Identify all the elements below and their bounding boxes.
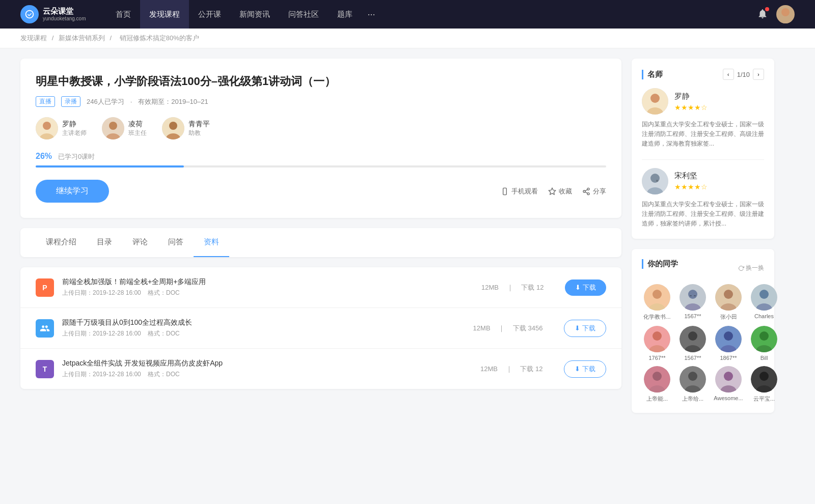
classmate-8-avatar: [751, 326, 777, 352]
teacher-2-name: 凌荷: [128, 120, 147, 129]
classmate-2-avatar: [680, 284, 706, 311]
logo-icon: [20, 5, 39, 23]
teacher-3-name: 青青平: [188, 120, 210, 129]
learner-count: 246人已学习: [87, 97, 124, 106]
classmates-grid: 化学教书... 1567** 张小田: [642, 284, 764, 403]
svg-point-16: [587, 192, 589, 194]
badge-record: 录播: [61, 96, 80, 107]
svg-point-30: [688, 290, 697, 299]
resource-icon-3: T: [36, 360, 54, 378]
classmate-7-avatar: [715, 326, 742, 352]
collect-button[interactable]: 收藏: [548, 187, 572, 196]
pagination-prev[interactable]: ‹: [723, 69, 734, 80]
teacher-3-avatar: [162, 117, 184, 139]
teacher-card-2-name: 宋利坚: [674, 171, 708, 181]
breadcrumb-link-2[interactable]: 新媒体营销系列: [59, 34, 105, 42]
user-avatar[interactable]: [776, 5, 795, 23]
main-content: 明星中教授课，小学阶段语法100分–强化级第1讲动词（一） 直播 录播 246人…: [20, 59, 621, 423]
valid-until: 有效期至：2019–10–21: [138, 97, 208, 106]
classmate-9-avatar: [644, 366, 670, 393]
svg-line-17: [585, 192, 588, 193]
teacher-separator: [642, 159, 764, 160]
teacher-card-1-stars: ★★★★☆: [674, 103, 708, 111]
svg-point-53: [653, 372, 662, 381]
breadcrumb-link-1[interactable]: 发现课程: [20, 34, 47, 42]
resource-stats-2: 12MB ｜ 下载 3456: [470, 324, 546, 333]
teacher-2-info: 凌荷 班主任: [128, 120, 147, 137]
classmate-5: 1767**: [642, 326, 672, 361]
classmates-sidebar: 你的同学 换一换 化学教书... 156: [632, 249, 774, 413]
svg-point-23: [650, 174, 660, 183]
teacher-card-1: 罗静 ★★★★☆ 国内某重点大学安全工程专业硕士，国家一级注册消防工程师、注册安…: [642, 88, 764, 149]
nav-quiz[interactable]: 题库: [328, 0, 362, 29]
classmate-2: 1567**: [677, 284, 708, 321]
teacher-card-1-header: 罗静 ★★★★☆: [642, 88, 764, 115]
classmate-9: 上帝能...: [642, 366, 672, 403]
download-button-3[interactable]: ⬇ 下载: [564, 360, 606, 378]
nav-more[interactable]: ···: [362, 0, 382, 29]
download-button-2[interactable]: ⬇ 下载: [564, 320, 606, 337]
tab-catalog[interactable]: 目录: [87, 228, 122, 257]
tab-qa[interactable]: 问答: [158, 228, 194, 257]
tabs-bar: 课程介绍 目录 评论 问答 资料: [20, 228, 621, 257]
teacher-1-avatar: [36, 117, 58, 139]
svg-point-50: [759, 331, 769, 341]
logo[interactable]: 云朵课堂 yunduoketang.com: [20, 5, 86, 23]
classmates-title: 你的同学: [642, 259, 678, 269]
classmate-4-name: Charles: [749, 313, 779, 319]
main-layout: 明星中教授课，小学阶段语法100分–强化级第1讲动词（一） 直播 录播 246人…: [0, 48, 795, 433]
nav-discover[interactable]: 发现课程: [140, 0, 189, 29]
teacher-3: 青青平 助教: [162, 117, 210, 139]
teacher-card-1-name: 罗静: [674, 92, 708, 101]
resource-info-3: Jetpack全组件实战 开发短视频应用高仿皮皮虾App 上传日期：2019-1…: [62, 359, 469, 379]
tab-review[interactable]: 评论: [122, 228, 158, 257]
breadcrumb-current: 销冠修炼术搞定80%的客户: [120, 34, 199, 42]
svg-point-1: [779, 18, 792, 23]
notification-dot: [765, 7, 769, 11]
svg-point-35: [724, 290, 733, 299]
progress-bar-bg: [36, 165, 606, 167]
share-button[interactable]: 分享: [582, 187, 606, 196]
nav-qa[interactable]: 问答社区: [279, 0, 328, 29]
svg-point-47: [724, 331, 733, 341]
nav-public[interactable]: 公开课: [189, 0, 230, 29]
pagination-current: 1/10: [737, 71, 750, 78]
tab-intro[interactable]: 课程介绍: [36, 228, 87, 257]
resource-meta-3: 上传日期：2019-12-28 16:00 格式：DOC: [62, 370, 469, 379]
svg-point-27: [653, 290, 662, 299]
nav-home[interactable]: 首页: [106, 0, 140, 29]
badge-live: 直播: [36, 96, 55, 107]
resource-icon-2: [36, 319, 54, 338]
continue-button[interactable]: 继续学习: [36, 180, 109, 203]
action-icons: 手机观看 收藏 分享: [501, 187, 606, 196]
classmate-7-name: 1867**: [713, 355, 744, 361]
svg-rect-11: [503, 188, 507, 194]
classmate-6: 1567**: [677, 326, 708, 361]
refresh-classmates-button[interactable]: 换一换: [738, 264, 764, 272]
teacher-card-2-header: 宋利坚 ★★★★☆: [642, 168, 764, 194]
teacher-card-2-desc: 国内某重点大学安全工程专业硕士，国家一级注册消防工程师、注册安全工程师、级注册建…: [642, 200, 764, 229]
svg-point-44: [688, 331, 697, 341]
header-right: [757, 5, 795, 23]
svg-marker-13: [549, 188, 555, 194]
teacher-3-role: 助教: [188, 129, 210, 137]
teachers-sidebar-title: 名师: [642, 70, 663, 79]
resources-list: P 前端全栈加强版！前端全栈+全周期+多端应用 上传日期：2019-12-28 …: [20, 267, 621, 389]
refresh-label: 换一换: [746, 264, 764, 272]
download-button-1[interactable]: ⬇ 下载: [565, 279, 606, 296]
classmate-12-name: 云平宝...: [749, 395, 779, 403]
progress-label: 26% 已学习0课时: [36, 152, 606, 161]
mobile-watch-button[interactable]: 手机观看: [501, 187, 538, 196]
pagination-next[interactable]: ›: [753, 69, 764, 80]
course-meta: 直播 录播 246人已学习 · 有效期至：2019–10–21: [36, 96, 606, 107]
progress-bar-fill: [36, 165, 184, 167]
classmate-10: 上帝给...: [677, 366, 708, 403]
svg-point-9: [169, 122, 177, 130]
notification-bell[interactable]: [757, 8, 768, 21]
teacher-card-2: 宋利坚 ★★★★☆ 国内某重点大学安全工程专业硕士，国家一级注册消防工程师、注册…: [642, 168, 764, 229]
header: 云朵课堂 yunduoketang.com 首页 发现课程 公开课 新闻资讯 问…: [0, 0, 815, 29]
tab-resource[interactable]: 资料: [194, 228, 229, 257]
teacher-1-role: 主讲老师: [62, 129, 87, 137]
nav-news[interactable]: 新闻资讯: [230, 0, 279, 29]
classmate-11: Awesome...: [713, 366, 744, 403]
